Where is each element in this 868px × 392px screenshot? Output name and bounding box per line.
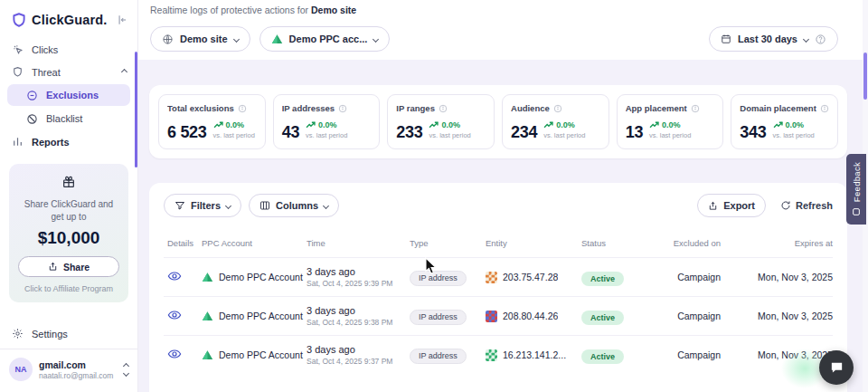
type-badge: IP address: [410, 310, 467, 325]
excluded-on-value: Campaign: [663, 349, 721, 360]
sidebar-item-clicks[interactable]: Clicks: [0, 38, 137, 61]
stat-card-ip-ranges: IP ranges 233 0.0% vs. last period: [387, 94, 495, 149]
scrollbar-thumb[interactable]: [863, 53, 867, 100]
entity-ip: 208.80.44.26: [503, 311, 558, 321]
date-range-dropdown[interactable]: Last 30 days: [709, 26, 838, 52]
stat-note: vs. last period: [649, 131, 691, 139]
filters-button[interactable]: Filters: [164, 194, 241, 217]
view-details-eye-icon[interactable]: [167, 271, 182, 282]
ppc-account-name: Demo PPC Account: [219, 311, 303, 321]
sidebar-item-blacklist[interactable]: Blacklist: [7, 108, 130, 129]
chevron-down-icon: [233, 35, 240, 42]
stat-label: Total exclusions: [167, 103, 234, 113]
stat-label: IP ranges: [396, 103, 435, 113]
col-header-time[interactable]: Time: [307, 238, 410, 249]
refresh-button[interactable]: Refresh: [780, 200, 833, 211]
table-row[interactable]: Demo PPC Account 3 days ago Sat, Oct 4, …: [164, 335, 833, 374]
ppc-account-icon: [202, 272, 213, 282]
site-filter-label: Demo site: [180, 33, 228, 44]
table-row[interactable]: Demo PPC Account 3 days ago Sat, Oct 4, …: [164, 257, 833, 296]
col-header-type[interactable]: Type: [410, 238, 486, 249]
bar-chart-icon: [12, 136, 24, 148]
col-header-status[interactable]: Status: [581, 238, 663, 249]
chat-launcher-button[interactable]: [819, 350, 854, 385]
site-filter-dropdown[interactable]: Demo site: [150, 26, 250, 52]
sidebar-item-reports[interactable]: Reports: [0, 130, 137, 153]
chevron-up-icon: [121, 69, 127, 75]
share-icon: [48, 262, 58, 272]
feedback-tab[interactable]: Feedback: [846, 154, 866, 225]
ppc-account-icon: [271, 33, 283, 44]
avatar: NA: [9, 358, 33, 381]
stat-card-audience: Audience 234 0.0% vs. last period: [502, 94, 609, 149]
brand-name: ClickGuard.: [32, 13, 108, 27]
sidebar-item-threat[interactable]: Threat: [0, 61, 137, 83]
prohibited-icon: [26, 113, 38, 125]
collapse-sidebar-button[interactable]: [116, 14, 128, 26]
affiliate-link[interactable]: Click to Affiliate Program: [18, 284, 119, 293]
col-header-excluded-on[interactable]: Excluded on: [663, 238, 721, 249]
col-header-entity[interactable]: Entity: [486, 238, 581, 249]
share-label: Share: [63, 262, 90, 272]
type-badge: IP address: [410, 349, 467, 364]
page-title: Realtime logs of protective actions for …: [150, 5, 356, 15]
sidebar-scrollbar-thumb[interactable]: [135, 52, 137, 167]
user-email: naatali.ro@gmail.com: [39, 371, 113, 380]
col-header-ppc-account[interactable]: PPC Account: [202, 238, 307, 249]
account-filter-dropdown[interactable]: Demo PPC acc...: [259, 26, 391, 52]
stat-card-app-placement: App placement 13 0.0% vs. last period: [617, 94, 724, 149]
status-badge: Active: [581, 272, 624, 286]
chevron-down-icon: [323, 202, 329, 208]
stat-value: 13: [626, 125, 643, 139]
help-circle-icon[interactable]: [815, 33, 826, 45]
trend-up-icon: [543, 121, 553, 129]
shield-icon: [12, 66, 24, 78]
sidebar-item-settings[interactable]: Settings: [0, 320, 137, 349]
chevron-down-icon: [373, 35, 379, 42]
chat-bubble-icon: [829, 360, 844, 376]
expires-at-value: Mon, Nov 3, 2025: [721, 311, 833, 321]
logs-table-card: Filters Columns Export Refresh Details P…: [149, 183, 847, 392]
country-flag-icon: [486, 349, 497, 361]
sidebar-item-label: Threat: [32, 67, 61, 78]
columns-button[interactable]: Columns: [249, 194, 339, 217]
info-icon[interactable]: [553, 104, 562, 113]
sidebar-item-exclusions[interactable]: Exclusions: [7, 84, 130, 106]
table-header-row: Details PPC Account Time Type Entity Sta…: [164, 230, 833, 257]
stat-trend: 0.0%: [441, 120, 460, 129]
info-icon[interactable]: [439, 104, 448, 113]
export-icon: [708, 201, 718, 211]
columns-label: Columns: [276, 200, 318, 211]
info-icon[interactable]: [820, 104, 829, 113]
col-header-expires-at[interactable]: Expires at: [721, 238, 833, 249]
view-details-eye-icon[interactable]: [167, 349, 182, 359]
type-badge: IP address: [410, 271, 467, 286]
time-absolute: Sat, Oct 4, 2025 9:39 PM: [307, 279, 410, 288]
sidebar: ClickGuard. Clicks Threat Exclusions Bla…: [0, 0, 137, 392]
share-button[interactable]: Share: [18, 256, 119, 277]
stat-value: 233: [396, 125, 422, 139]
info-icon[interactable]: [238, 104, 247, 113]
info-icon[interactable]: [338, 104, 347, 113]
col-header-details[interactable]: Details: [164, 238, 202, 249]
account-filter-label: Demo PPC acc...: [289, 33, 368, 44]
export-button[interactable]: Export: [697, 194, 766, 217]
table-toolbar: Filters Columns Export Refresh: [164, 194, 833, 217]
trend-up-icon: [773, 121, 783, 129]
refresh-icon: [780, 200, 791, 211]
stat-note: vs. last period: [306, 131, 347, 139]
date-range-area: Last 30 days: [709, 26, 838, 52]
gift-icon: [61, 175, 76, 189]
info-icon[interactable]: [691, 104, 700, 113]
time-relative: 3 days ago: [307, 344, 410, 355]
view-details-eye-icon[interactable]: [167, 310, 182, 320]
clickguard-logo-icon: [11, 12, 27, 28]
stat-trend: 0.0%: [318, 120, 337, 129]
affiliate-promo-card: Share ClickGuard and get up to $10,000 S…: [9, 164, 128, 302]
stat-note: vs. last period: [213, 131, 255, 139]
expires-at-value: Mon, Nov 3, 2025: [721, 272, 833, 282]
table-row[interactable]: Demo PPC Account 3 days ago Sat, Oct 4, …: [164, 296, 833, 335]
status-badge: Active: [581, 349, 624, 364]
chevron-down-icon: [225, 202, 231, 208]
user-account-menu[interactable]: NA gmail.com naatali.ro@gmail.com: [0, 349, 137, 392]
